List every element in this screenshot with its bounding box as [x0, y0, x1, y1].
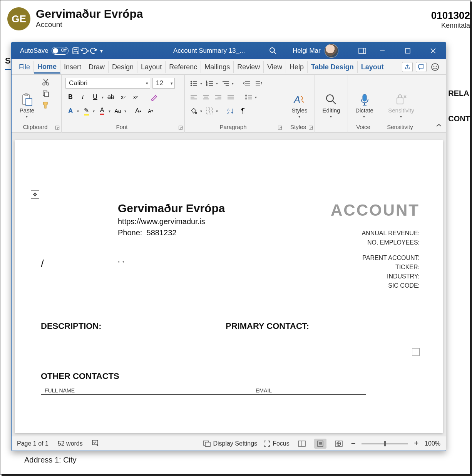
- superscript-button[interactable]: x2: [131, 92, 141, 102]
- dictate-button[interactable]: Dictate ▾: [352, 77, 377, 119]
- print-layout-icon[interactable]: [314, 439, 326, 449]
- display-settings-button[interactable]: Display Settings: [203, 440, 257, 447]
- underline-button[interactable]: U: [90, 92, 100, 102]
- tab-mailings[interactable]: Mailings: [201, 61, 234, 73]
- show-hide-paragraph-icon[interactable]: ¶: [238, 106, 248, 116]
- styles-button[interactable]: A Styles ▾: [288, 77, 311, 119]
- grow-font-button[interactable]: A▴: [133, 106, 143, 116]
- status-page[interactable]: Page 1 of 1: [17, 440, 49, 447]
- crm-right-cut-contacts[interactable]: CONT: [448, 110, 470, 127]
- font-color-icon[interactable]: A: [97, 106, 107, 116]
- zoom-in-button[interactable]: +: [414, 439, 418, 448]
- table-move-handle-icon[interactable]: ✥: [31, 190, 39, 199]
- text-effects-icon[interactable]: A: [65, 106, 75, 116]
- bullets-icon[interactable]: [189, 78, 199, 88]
- decrease-indent-icon[interactable]: [241, 78, 251, 88]
- col-email: EMAIL: [256, 387, 272, 394]
- paragraph-launcher-icon[interactable]: ◲: [277, 124, 283, 130]
- strikethrough-button[interactable]: ab: [106, 92, 116, 102]
- tab-view[interactable]: View: [264, 61, 286, 73]
- zoom-value[interactable]: 100%: [425, 440, 440, 447]
- tab-help[interactable]: Help: [286, 61, 308, 73]
- styles-launcher-icon[interactable]: ◲: [308, 124, 314, 130]
- tab-insert[interactable]: Insert: [60, 61, 85, 73]
- document-stage[interactable]: ✥ ACCOUNT Gervimaður Evrópa https://www.…: [12, 132, 446, 436]
- align-right-icon[interactable]: [213, 92, 223, 102]
- comments-button[interactable]: [416, 62, 427, 72]
- clear-formatting-icon[interactable]: [149, 92, 159, 102]
- bold-button[interactable]: B: [65, 92, 75, 102]
- crm-right-cut-related[interactable]: RELA: [448, 84, 470, 102]
- user-name: Helgi Mar: [293, 47, 321, 55]
- editing-button[interactable]: Editing ▾: [319, 77, 344, 119]
- shading-icon[interactable]: [189, 106, 199, 116]
- tab-draw[interactable]: Draw: [85, 61, 109, 73]
- close-button[interactable]: [420, 42, 446, 59]
- italic-button[interactable]: I: [78, 92, 88, 102]
- chevron-down-icon: ▾: [400, 114, 402, 119]
- tab-table-design[interactable]: Table Design: [308, 61, 358, 73]
- line-spacing-icon[interactable]: [243, 92, 253, 102]
- collapse-ribbon-icon[interactable]: [436, 123, 442, 129]
- align-center-icon[interactable]: [201, 92, 211, 102]
- user-avatar[interactable]: [325, 44, 338, 58]
- change-case-button[interactable]: Aa: [113, 106, 123, 116]
- ribbon-display-icon[interactable]: [358, 47, 367, 55]
- zoom-out-button[interactable]: −: [351, 439, 356, 448]
- justify-icon[interactable]: [226, 92, 236, 102]
- minimize-button[interactable]: [370, 42, 395, 59]
- read-mode-icon[interactable]: [296, 439, 308, 449]
- crm-id-partial: 0101302: [431, 10, 470, 22]
- editing-label: Editing: [323, 107, 340, 114]
- label-ticker: TICKER:: [362, 263, 420, 272]
- tab-layout[interactable]: Layout: [137, 61, 166, 73]
- increase-indent-icon[interactable]: [254, 78, 264, 88]
- share-button[interactable]: [402, 62, 413, 72]
- label-annual-revenue: ANNUAL REVENUE:: [362, 229, 420, 238]
- ribbon: Paste ▾ Clipboard ◲ Calibri: [12, 75, 446, 132]
- numbering-icon[interactable]: 123: [204, 78, 214, 88]
- shrink-font-button[interactable]: A▾: [146, 106, 156, 116]
- align-left-icon[interactable]: [189, 92, 199, 102]
- tab-file[interactable]: File: [15, 61, 34, 73]
- qat-customize-icon[interactable]: ▾: [97, 47, 106, 55]
- highlight-icon[interactable]: ✎: [81, 106, 91, 116]
- borders-icon[interactable]: [204, 106, 214, 116]
- focus-button[interactable]: Focus: [263, 440, 290, 447]
- clipboard-icon: [20, 93, 33, 106]
- toggle-icon[interactable]: Off: [52, 47, 69, 55]
- multilevel-list-icon[interactable]: [220, 78, 230, 88]
- copy-icon[interactable]: [41, 89, 51, 99]
- clipboard-launcher-icon[interactable]: ◲: [54, 124, 60, 130]
- feedback-smile-icon[interactable]: [430, 62, 440, 72]
- search-icon[interactable]: [269, 47, 277, 55]
- svg-rect-15: [26, 99, 32, 106]
- save-icon[interactable]: [72, 47, 80, 55]
- cut-icon[interactable]: [41, 77, 51, 87]
- font-family-combo[interactable]: Calibri ▾: [65, 78, 150, 89]
- paste-button[interactable]: Paste ▾: [15, 77, 38, 119]
- word-window: AutoSave Off ▾ ▾ Account Summary 13_...: [11, 42, 446, 451]
- tab-review[interactable]: Review: [234, 61, 264, 73]
- svg-point-56: [195, 112, 197, 114]
- font-launcher-icon[interactable]: ◲: [177, 124, 184, 130]
- section-other-contacts: OTHER CONTACTS: [41, 371, 119, 381]
- avatar: GE: [7, 7, 30, 30]
- tab-references[interactable]: Referenc: [166, 61, 201, 73]
- status-words[interactable]: 52 words: [58, 440, 83, 447]
- tab-home[interactable]: Home: [34, 60, 60, 74]
- tab-design[interactable]: Design: [109, 61, 137, 73]
- web-layout-icon[interactable]: [333, 439, 345, 449]
- section-description: DESCRIPTION:: [41, 321, 102, 331]
- tab-table-layout[interactable]: Layout: [358, 61, 387, 73]
- sort-icon[interactable]: AZ: [226, 106, 236, 116]
- redo-icon[interactable]: [89, 47, 97, 55]
- zoom-slider[interactable]: [362, 443, 408, 444]
- maximize-button[interactable]: [395, 42, 420, 59]
- spellcheck-icon[interactable]: [92, 439, 100, 448]
- document-page[interactable]: ✥ ACCOUNT Gervimaður Evrópa https://www.…: [15, 140, 443, 433]
- format-painter-icon[interactable]: [41, 100, 51, 110]
- font-size-combo[interactable]: 12 ▾: [152, 78, 175, 89]
- autosave-toggle[interactable]: AutoSave Off: [15, 47, 72, 55]
- subscript-button[interactable]: x2: [118, 92, 128, 102]
